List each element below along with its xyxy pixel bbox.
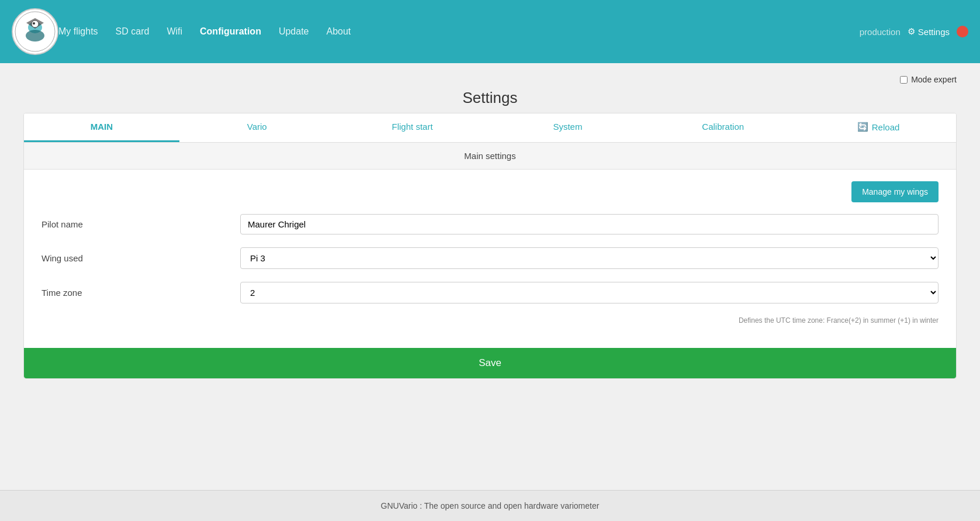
wing-used-row: Wing used Pi 3: [41, 247, 939, 269]
tab-vario[interactable]: Vario: [179, 113, 335, 142]
save-button[interactable]: Save: [24, 348, 956, 378]
nav-update[interactable]: Update: [279, 26, 309, 37]
time-zone-label: Time zone: [41, 288, 240, 298]
tab-main[interactable]: MAIN: [24, 113, 179, 142]
tab-reload[interactable]: 🔄 Reload: [801, 113, 956, 142]
footer-text: GNUVario : The open source and open hard…: [381, 501, 600, 510]
pilot-name-input[interactable]: [240, 214, 939, 234]
logo-icon: [15, 11, 56, 52]
time-zone-row: Time zone 2: [41, 282, 939, 303]
wing-used-select[interactable]: Pi 3: [240, 247, 939, 269]
nav-about[interactable]: About: [327, 26, 351, 37]
mode-expert-row: Mode expert: [23, 75, 957, 84]
mode-expert-label: Mode expert: [911, 75, 957, 84]
pilot-name-row: Pilot name: [41, 214, 939, 234]
reload-icon: 🔄: [857, 122, 868, 132]
nav-wifi[interactable]: Wifi: [167, 26, 182, 37]
section-content: Manage my wings Pilot name Wing used Pi …: [24, 170, 956, 342]
status-dot-icon: [957, 26, 968, 37]
mode-expert-checkbox[interactable]: [900, 76, 908, 84]
navbar-right: production ⚙ Settings: [860, 26, 968, 37]
gear-icon: ⚙: [908, 26, 915, 37]
time-zone-group: Time zone 2 Defines the UTC time zone: F…: [41, 282, 939, 325]
section-title: Main settings: [24, 143, 956, 170]
wing-used-label: Wing used: [41, 253, 240, 263]
nav-my-flights[interactable]: My flights: [58, 26, 98, 37]
time-zone-hint: Defines the UTC time zone: France(+2) in…: [240, 316, 939, 325]
svg-point-5: [33, 22, 35, 25]
main-content: Mode expert Settings MAIN Vario Flight s…: [0, 63, 980, 490]
tabs-bar: MAIN Vario Flight start System Calibrati…: [24, 113, 956, 143]
pilot-name-label: Pilot name: [41, 219, 240, 229]
time-zone-select[interactable]: 2: [240, 282, 939, 303]
tab-system[interactable]: System: [490, 113, 645, 142]
footer: GNUVario : The open source and open hard…: [0, 490, 980, 521]
logo: [12, 8, 58, 55]
tab-calibration[interactable]: Calibration: [645, 113, 801, 142]
svg-point-4: [32, 20, 39, 27]
nav-sd-card[interactable]: SD card: [116, 26, 150, 37]
settings-label: Settings: [918, 27, 950, 37]
page-title: Settings: [23, 89, 957, 107]
env-label: production: [860, 27, 901, 37]
navbar-links: My flights SD card Wifi Configuration Up…: [58, 26, 351, 37]
manage-wings-button[interactable]: Manage my wings: [851, 181, 939, 202]
manage-btn-row: Manage my wings: [41, 181, 939, 202]
settings-card: MAIN Vario Flight start System Calibrati…: [23, 113, 957, 379]
settings-body: Main settings Manage my wings Pilot name…: [24, 143, 956, 378]
nav-configuration[interactable]: Configuration: [200, 26, 261, 37]
svg-point-2: [26, 30, 44, 42]
navbar: My flights SD card Wifi Configuration Up…: [0, 0, 980, 63]
settings-link[interactable]: ⚙ Settings: [908, 26, 950, 37]
tab-flight-start[interactable]: Flight start: [335, 113, 490, 142]
